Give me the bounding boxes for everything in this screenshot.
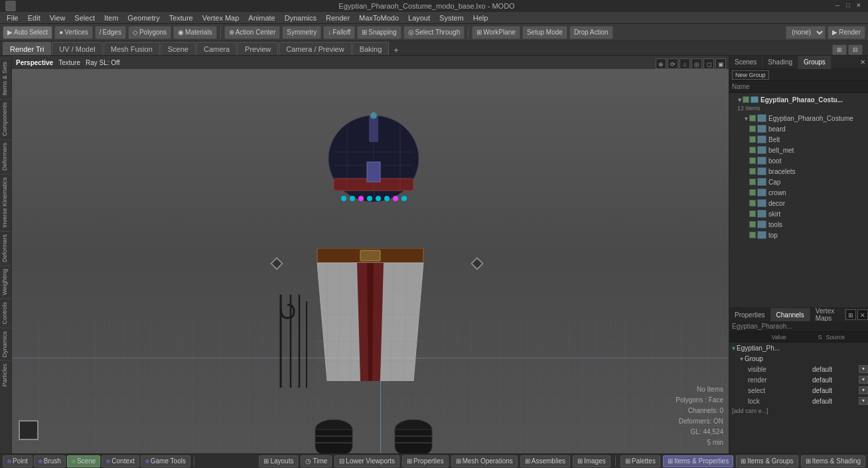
minimize-button[interactable]: ─ <box>833 2 841 10</box>
add-channel-button[interactable]: [add cam e...] <box>729 406 868 416</box>
vp-ctrl-fit[interactable]: ⌂ <box>680 58 690 69</box>
mesh-operations-button[interactable]: ⊞ Mesh Operations <box>451 455 518 467</box>
sidebar-tab-deformers2[interactable]: Deformers <box>0 231 11 265</box>
panel-settings-button[interactable]: ✕ <box>857 56 868 69</box>
time-button[interactable]: ◷ Time <box>301 455 332 467</box>
tree-item-crown[interactable]: crown <box>731 187 867 198</box>
vis-chk-boot[interactable] <box>749 157 756 164</box>
sidebar-tab-particles[interactable]: Particles <box>0 360 11 390</box>
symmetry-button[interactable]: Symmetry <box>282 26 321 39</box>
tab-render-tri[interactable]: Render Tri <box>3 42 51 55</box>
vis-chk-belt-met[interactable] <box>749 147 756 153</box>
menu-item[interactable]: Item <box>100 13 122 23</box>
menu-animate[interactable]: Animate <box>244 13 279 23</box>
setup-mode-button[interactable]: Setup Mode <box>522 26 567 39</box>
palettes-button[interactable]: ⊞ Palettes <box>620 455 660 467</box>
snapping-button[interactable]: ⊞ Snapping <box>357 26 401 39</box>
render-select[interactable]: (none) <box>786 26 826 39</box>
vis-chk-skirt[interactable] <box>749 210 756 217</box>
channels-group-group[interactable]: ▾ Group <box>737 353 868 364</box>
tab-camera[interactable]: Camera <box>196 42 237 55</box>
sandals-object[interactable] <box>307 420 440 453</box>
menu-help[interactable]: Help <box>469 13 492 23</box>
panel-tab-groups[interactable]: Groups <box>798 56 832 69</box>
menu-dynamics[interactable]: Dynamics <box>281 13 321 23</box>
menu-render[interactable]: Render <box>322 13 354 23</box>
tree-item-belt-met[interactable]: belt_met <box>731 145 867 155</box>
tree-item-boot[interactable]: boot <box>731 155 867 166</box>
sidebar-tab-components[interactable]: Components <box>0 99 11 139</box>
menu-vertex-map[interactable]: Vertex Map <box>198 13 244 23</box>
viewport[interactable]: Perspective Texture Ray SL: Off ⊕ ⟳ ⌂ ◎ … <box>12 56 729 453</box>
lock-dropdown[interactable]: ▾ <box>859 397 868 405</box>
sidebar-tab-weighting[interactable]: Weighting <box>0 266 11 298</box>
vertices-button[interactable]: ● Vertices <box>54 26 93 39</box>
tab-vertex-maps[interactable]: Vertex Maps <box>810 308 845 321</box>
menu-layout[interactable]: Layout <box>404 13 434 23</box>
expand-bottom-button[interactable]: ⊞ <box>845 309 856 320</box>
tab-properties[interactable]: Properties <box>729 308 771 321</box>
menu-file[interactable]: File <box>3 13 23 23</box>
menu-edit[interactable]: Edit <box>24 13 44 23</box>
staff-object[interactable] <box>271 295 311 392</box>
images-button[interactable]: ⊞ Images <box>573 455 611 467</box>
viewport-raysl-label[interactable]: Ray SL: Off <box>86 59 120 66</box>
vis-chk-costume[interactable] <box>749 115 756 121</box>
items-properties-button[interactable]: ⊞ Items & Properties <box>663 455 733 467</box>
layouts-button[interactable]: ⊞ Layouts <box>259 455 298 467</box>
tab-preview[interactable]: Preview <box>238 42 278 55</box>
select-dropdown[interactable]: ▾ <box>859 386 868 394</box>
assemblies-button[interactable]: ⊞ Assemblies <box>520 455 570 467</box>
menu-maxtomodo[interactable]: MaxToModo <box>355 13 403 23</box>
vis-chk-cap[interactable] <box>749 179 756 185</box>
vp-ctrl-grid[interactable]: ▣ <box>715 58 726 69</box>
sidebar-tab-controls[interactable]: Controls <box>0 299 11 327</box>
select-through-button[interactable]: ◎ Select Through <box>403 26 465 39</box>
tree-item-beard[interactable]: beard <box>731 123 867 134</box>
tab-channels[interactable]: Channels <box>771 308 810 321</box>
vis-chk-crown[interactable] <box>749 189 756 196</box>
menu-texture[interactable]: Texture <box>165 13 197 23</box>
materials-button[interactable]: ◉ Materials <box>173 26 217 39</box>
viewport-shading-label[interactable]: Texture <box>58 59 80 66</box>
menu-view[interactable]: View <box>46 13 70 23</box>
tab-mesh-fusion[interactable]: Mesh Fusion <box>104 42 160 55</box>
tab-scene[interactable]: Scene <box>161 42 196 55</box>
vis-chk-bracelets[interactable] <box>749 168 756 175</box>
items-groups-button[interactable]: ⊞ Items & Groups <box>736 455 798 467</box>
render-button[interactable]: ▶ Render <box>828 26 865 39</box>
vis-chk-belt[interactable] <box>749 136 756 143</box>
window-controls[interactable]: ─ □ ✕ <box>833 2 863 10</box>
maximize-button[interactable]: □ <box>844 2 852 10</box>
sidebar-tab-ik[interactable]: Inverse Kinematics <box>0 174 11 230</box>
viewport-perspective-label[interactable]: Perspective <box>16 59 53 66</box>
crown-object[interactable] <box>327 112 420 210</box>
close-bottom-button[interactable]: ✕ <box>857 309 868 320</box>
menu-system[interactable]: System <box>435 13 468 23</box>
sidebar-tab-deformers[interactable]: Deformers <box>0 139 11 173</box>
polygons-button[interactable]: ◇ Polygons <box>128 26 171 39</box>
tree-item-tools[interactable]: tools <box>731 219 867 230</box>
mode-context-button[interactable]: Context <box>102 455 139 467</box>
new-group-button[interactable]: New Group <box>732 70 769 80</box>
handle-diamond-left[interactable] <box>270 257 283 270</box>
render-dropdown[interactable]: ▾ <box>859 376 868 384</box>
channels-group-root[interactable]: ▾ Egyptian_Ph... <box>729 343 868 353</box>
vis-chk-decor[interactable] <box>749 200 756 206</box>
tree-item-top[interactable]: top <box>731 230 867 240</box>
vp-ctrl-rotate[interactable]: ⟳ <box>668 58 678 69</box>
vis-checkbox-root[interactable] <box>743 96 749 103</box>
tab-uv-model[interactable]: UV / Model <box>52 42 102 55</box>
panel-tab-scenes[interactable]: Scenes <box>729 56 762 69</box>
tab-baking[interactable]: Baking <box>352 42 390 55</box>
mode-scene-button[interactable]: Scene <box>67 455 100 467</box>
vis-chk-tools[interactable] <box>749 221 756 228</box>
lower-viewports-button[interactable]: ⊟ Lower Viewports <box>334 455 399 467</box>
vp-ctrl-home[interactable]: ⊕ <box>656 58 666 69</box>
mode-game-tools-button[interactable]: Game Tools <box>141 455 190 467</box>
tree-item-cap[interactable]: Cap <box>731 177 867 187</box>
viewport-layout-button[interactable]: ⊟ <box>848 44 863 55</box>
workplane-button[interactable]: ⊞ WorkPlane <box>472 26 520 39</box>
properties-button[interactable]: ⊞ Properties <box>402 455 449 467</box>
torso-object[interactable] <box>314 248 427 382</box>
